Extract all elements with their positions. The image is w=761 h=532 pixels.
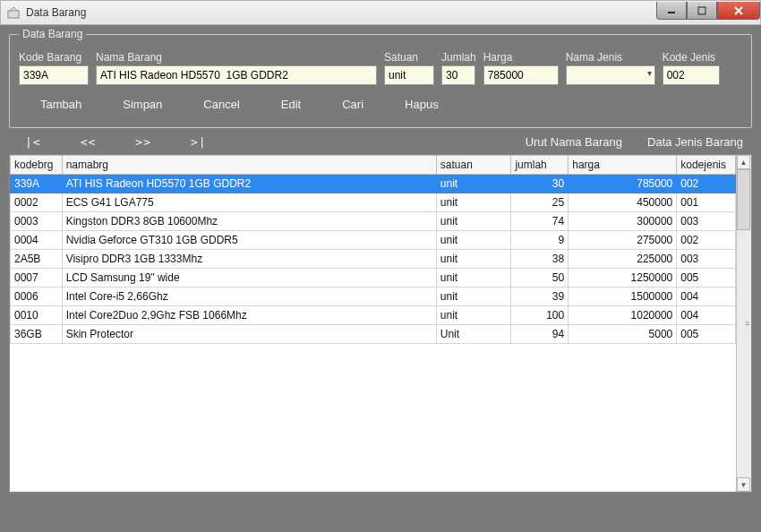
cell-jumlah: 38 [511,250,569,269]
cell-harga: 1500000 [569,287,677,306]
input-kode-barang[interactable] [19,65,89,85]
field-nama-barang: Nama Barang [96,51,377,85]
table-row[interactable]: 0006Intel Core-i5 2,66Ghzunit39150000000… [11,287,736,306]
cell-namabrg: Nvidia Geforce GT310 1GB GDDR5 [62,231,436,250]
cell-satuan: unit [436,231,511,250]
nav-last-button[interactable]: >| [191,135,207,149]
cell-namabrg: ECS G41 LGA775 [62,193,436,212]
cell-kodejenis: 002 [677,231,736,250]
cell-kodebrg: 339A [11,175,63,193]
cell-satuan: unit [436,306,511,325]
cell-namabrg: LCD Samsung 19" wide [62,269,436,287]
cell-kodebrg: 0003 [11,212,63,231]
select-nama-jenis[interactable] [566,65,655,85]
cell-kodebrg: 36GB [11,325,63,344]
cell-harga: 785000 [569,175,677,193]
table-row[interactable]: 0007LCD Samsung 19" wideunit501250000005 [11,269,736,287]
cell-kodejenis: 004 [677,287,736,306]
cell-jumlah: 74 [511,212,569,231]
cell-harga: 300000 [569,212,677,231]
input-nama-barang[interactable] [96,65,377,85]
input-jumlah[interactable] [441,65,475,85]
label-kode-barang: Kode Barang [19,51,89,64]
close-button[interactable] [717,2,760,20]
maximize-button[interactable] [687,2,717,20]
titlebar: Data Barang [0,0,761,25]
table-row[interactable]: 0010Intel Core2Duo 2,9Ghz FSB 1066Mhzuni… [11,306,736,325]
table-row[interactable]: 339AATI HIS Radeon HD5570 1GB GDDR2unit3… [11,175,736,193]
field-nama-jenis: Nama Jenis [566,51,655,85]
data-jenis-barang-button[interactable]: Data Jenis Barang [647,135,743,149]
cell-harga: 5000 [569,325,677,344]
nav-prev-button[interactable]: << [81,135,97,149]
cell-kodejenis: 001 [677,193,736,212]
cell-kodebrg: 0007 [11,269,63,287]
svg-rect-0 [8,11,19,18]
data-grid[interactable]: kodebrg namabrg satuan jumlah harga kode… [10,155,736,492]
urut-nama-barang-button[interactable]: Urut Nama Barang [526,135,622,149]
cell-jumlah: 100 [511,306,569,325]
col-jumlah[interactable]: jumlah [511,156,569,175]
cell-namabrg: ATI HIS Radeon HD5570 1GB GDDR2 [62,175,436,193]
cell-namabrg: Intel Core2Duo 2,9Ghz FSB 1066Mhz [62,306,436,325]
cell-satuan: unit [436,250,511,269]
input-harga[interactable] [483,65,559,85]
cell-kodebrg: 0002 [11,193,63,212]
col-kodebrg[interactable]: kodebrg [11,156,63,175]
input-kode-jenis[interactable] [663,65,720,85]
window-title: Data Barang [26,6,656,19]
cell-kodebrg: 0010 [11,306,63,325]
table-row[interactable]: 2A5BVisipro DDR3 1GB 1333Mhzunit38225000… [11,250,736,269]
data-barang-group: Data Barang Kode Barang Nama Barang Satu… [9,34,752,128]
field-satuan: Satuan [384,51,434,85]
cell-jumlah: 50 [511,269,569,287]
scroll-thumb[interactable] [737,169,750,230]
table-header-row: kodebrg namabrg satuan jumlah harga kode… [11,156,736,175]
col-harga[interactable]: harga [569,156,677,175]
simpan-button[interactable]: Simpan [123,98,162,111]
cell-jumlah: 30 [511,175,569,193]
table-row[interactable]: 36GBSkin ProtectorUnit945000005 [11,325,736,344]
scroll-down-button[interactable]: ▼ [737,477,750,492]
col-namabrg[interactable]: namabrg [62,156,436,175]
window-controls [656,2,760,20]
cancel-button[interactable]: Cancel [203,98,239,111]
cell-jumlah: 9 [511,231,569,250]
minimize-button[interactable] [656,2,687,20]
cell-jumlah: 94 [511,325,569,344]
cell-kodejenis: 003 [677,212,736,231]
table-row[interactable]: 0002ECS G41 LGA775unit25450000001 [11,193,736,212]
cell-jumlah: 39 [511,287,569,306]
cell-kodejenis: 005 [677,269,736,287]
cell-namabrg: Skin Protector [62,325,436,344]
cell-kodejenis: 005 [677,325,736,344]
nav-next-button[interactable]: >> [135,135,151,149]
label-jumlah: Jumlah [441,51,476,64]
tambah-button[interactable]: Tambah [40,98,81,111]
col-kodejenis[interactable]: kodejenis [677,156,736,175]
form-row: Kode Barang Nama Barang Satuan Jumlah Ha… [19,51,742,85]
input-satuan[interactable] [384,65,434,85]
col-satuan[interactable]: satuan [436,156,511,175]
cell-satuan: unit [436,269,511,287]
edit-button[interactable]: Edit [281,98,301,111]
cell-harga: 225000 [569,250,677,269]
cell-harga: 1250000 [569,269,677,287]
vertical-scrollbar[interactable]: ▲ ≡ ▼ [736,155,751,492]
hapus-button[interactable]: Hapus [405,98,439,111]
field-jumlah: Jumlah [441,51,476,85]
group-legend: Data Barang [19,28,86,40]
scroll-up-button[interactable]: ▲ [737,155,750,169]
cell-namabrg: Intel Core-i5 2,66Ghz [62,287,436,306]
scroll-grip-icon: ≡ [745,319,750,328]
nav-first-button[interactable]: |< [25,135,41,149]
svg-rect-2 [698,7,705,14]
label-harga: Harga [483,51,559,64]
table-wrap: kodebrg namabrg satuan jumlah harga kode… [9,154,752,493]
cell-satuan: Unit [436,325,511,344]
cari-button[interactable]: Cari [342,98,363,111]
cell-satuan: unit [436,193,511,212]
table-row[interactable]: 0004Nvidia Geforce GT310 1GB GDDR5unit92… [11,231,736,250]
table-row[interactable]: 0003Kingston DDR3 8GB 10600Mhzunit743000… [11,212,736,231]
nav-row: |< << >> >| Urut Nama Barang Data Jenis … [9,132,752,154]
